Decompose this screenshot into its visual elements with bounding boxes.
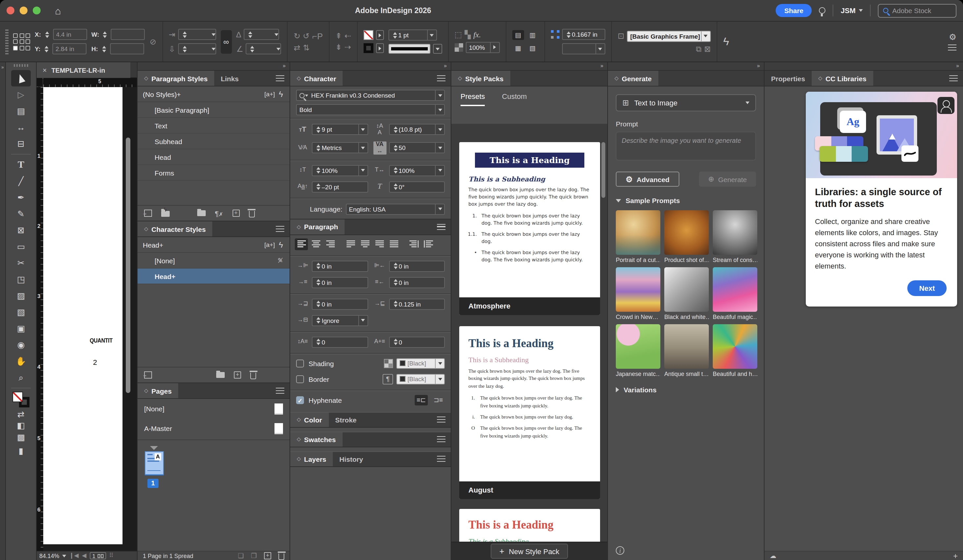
align-away-spine-button[interactable]: [422, 238, 435, 250]
new-page-icon[interactable]: +: [264, 552, 271, 559]
first-line-indent-field[interactable]: 0 in: [312, 277, 368, 288]
load-styles-icon[interactable]: [144, 210, 152, 217]
minimize-window-button[interactable]: [19, 6, 28, 15]
zoom-level-select[interactable]: 84.14%: [39, 552, 66, 559]
free-transform-tool[interactable]: ◳: [11, 271, 31, 288]
shading-checkbox[interactable]: [296, 359, 304, 367]
kerning-field[interactable]: Metrics: [312, 142, 368, 153]
wrap-object-shape-button[interactable]: ▦: [512, 43, 524, 53]
direct-selection-tool[interactable]: ▷: [11, 86, 31, 103]
formatting-affects-text-icon[interactable]: ◧: [11, 419, 31, 431]
stroke-type-select[interactable]: [389, 44, 430, 54]
skew-field[interactable]: 0°: [389, 181, 445, 192]
pencil-tool[interactable]: ✎: [11, 206, 31, 222]
w-field[interactable]: [111, 29, 145, 40]
select-previous-button[interactable]: ⇠: [345, 32, 351, 40]
delete-style-icon[interactable]: [249, 211, 255, 217]
scale-x-field[interactable]: [178, 29, 216, 40]
apply-color-icon[interactable]: ▩: [11, 431, 31, 443]
adobe-stock-search-input[interactable]: Adobe Stock: [878, 3, 957, 17]
collapse-dock-icon[interactable]: »: [956, 63, 959, 69]
stroke-weight-field[interactable]: 1 pt: [389, 29, 437, 40]
border-paragraph-icon[interactable]: ¶: [383, 374, 393, 384]
frame-style-icon[interactable]: ⬚: [455, 31, 462, 38]
frame-fitting-icon[interactable]: ⊡: [618, 32, 624, 40]
shading-swatch-icon[interactable]: [384, 359, 393, 368]
tab-generate[interactable]: ◇Generate: [608, 71, 658, 86]
previous-page-button[interactable]: ◀: [82, 553, 86, 559]
account-menu[interactable]: JSM: [841, 6, 863, 15]
style-pack-card-atmosphere[interactable]: This is a Heading This is a Subheading T…: [459, 142, 600, 315]
collapse-dock-icon[interactable]: »: [283, 63, 285, 69]
constrain-proportions-icon[interactable]: ⊘: [150, 38, 156, 45]
align-left-button[interactable]: [295, 238, 308, 250]
generate-button[interactable]: ⊕Generate: [699, 172, 756, 187]
quick-apply-icon[interactable]: ϟ: [723, 36, 729, 47]
rotate-ccw-button[interactable]: ↺: [303, 32, 310, 40]
style-row[interactable]: Subhead: [138, 134, 290, 149]
panel-menu-icon[interactable]: [276, 226, 284, 232]
tab-character-styles[interactable]: ◇Character Styles: [138, 222, 212, 236]
style-packs-scrollbar[interactable]: [601, 142, 605, 198]
paragraph-direction-rtl-icon[interactable]: ⊐≡: [432, 395, 445, 405]
tab-stroke[interactable]: Stroke: [329, 412, 363, 427]
corner-radius-field[interactable]: 0.1667 in: [562, 29, 605, 40]
space-before-field[interactable]: 0 in: [312, 298, 368, 309]
tab-links[interactable]: Links: [214, 71, 245, 86]
style-pack-card-partial[interactable]: This is a Heading This is a Subheading: [459, 509, 600, 542]
generate-mode-select[interactable]: ⊞ Text to Image: [616, 94, 756, 111]
tab-cc-libraries[interactable]: ◇CC Libraries: [812, 71, 873, 86]
document-vertical-scrollbar[interactable]: [126, 138, 130, 393]
reference-point-proxy[interactable]: [13, 33, 30, 50]
quick-style-lightning-icon[interactable]: ϟ: [279, 240, 283, 249]
opacity-field[interactable]: 100%: [466, 42, 500, 53]
drop-cap-chars-field[interactable]: 0: [389, 336, 445, 348]
tab-style-packs[interactable]: ◇Style Packs: [451, 71, 510, 86]
shading-color-select[interactable]: [Black]: [396, 358, 445, 368]
space-after-field[interactable]: 0.125 in: [389, 298, 445, 309]
object-style-select[interactable]: [Basic Graphics Frame]: [627, 31, 711, 42]
delete-style-icon[interactable]: [250, 373, 256, 379]
new-style-group-icon[interactable]: [197, 210, 206, 216]
tab-swatches[interactable]: ◇Swatches: [290, 432, 342, 447]
ruler-origin[interactable]: [37, 78, 43, 87]
last-line-indent-field[interactable]: 0 in: [389, 277, 445, 288]
no-text-wrap-button[interactable]: ▤: [512, 30, 524, 40]
tab-layers[interactable]: ◇Layers: [290, 452, 333, 466]
page-number-box[interactable]: 1: [90, 552, 106, 559]
border-checkbox[interactable]: [296, 375, 304, 383]
clear-overrides-icon[interactable]: ¶✗: [215, 209, 223, 217]
w-stepper[interactable]: [102, 31, 109, 38]
control-panel-menu-icon[interactable]: [948, 45, 957, 50]
tab-pages[interactable]: ◇Pages: [138, 383, 178, 398]
content-collector-tool[interactable]: ⊟: [11, 136, 31, 152]
screen-mode-button[interactable]: ▮: [11, 443, 31, 459]
tab-presets[interactable]: Presets: [460, 92, 485, 106]
stroke-type-chevron[interactable]: [433, 44, 442, 54]
sample-prompt-portrait[interactable]: Black and white…: [664, 267, 709, 320]
pen-tool[interactable]: ✒: [11, 189, 31, 206]
advanced-button[interactable]: ⚙Advanced: [616, 172, 679, 187]
panel-menu-icon[interactable]: [437, 224, 446, 230]
home-icon[interactable]: ⌂: [55, 5, 61, 16]
style-row[interactable]: Text: [138, 118, 290, 134]
stroke-swatch[interactable]: [363, 43, 373, 53]
select-parent-button[interactable]: ⇞: [336, 32, 342, 40]
select-container-indicator[interactable]: ⌐P: [312, 32, 323, 40]
sample-prompt-matcha[interactable]: Japanese matc…: [616, 324, 660, 377]
baseline-shift-field[interactable]: –20 pt: [312, 181, 368, 192]
zoom-tool[interactable]: ⌕: [11, 369, 31, 386]
rotate-cw-button[interactable]: ↻: [294, 32, 300, 40]
select-child-button[interactable]: ⇟: [336, 43, 342, 51]
panel-grip[interactable]: [5, 29, 8, 54]
tab-paragraph[interactable]: ◇Paragraph: [290, 219, 345, 234]
type-tool[interactable]: T: [11, 157, 31, 173]
clear-overrides-icon[interactable]: ⧉: [696, 45, 702, 53]
hyphenate-checkbox[interactable]: ✓: [296, 396, 304, 404]
create-page-icon[interactable]: ❐: [251, 552, 257, 559]
style-row-selected[interactable]: Head+: [138, 269, 290, 284]
drop-cap-lines-field[interactable]: 0: [312, 336, 368, 348]
fill-swatch-none[interactable]: [363, 30, 373, 40]
share-button[interactable]: Share: [776, 4, 812, 17]
select-next-button[interactable]: ⇢: [345, 43, 351, 51]
